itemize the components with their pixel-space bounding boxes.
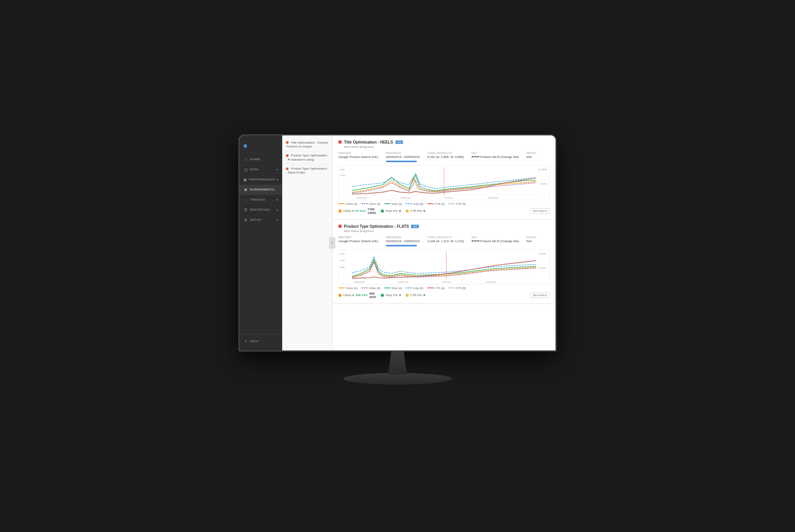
svg-text:24/03/19: 24/03/19 bbox=[398, 281, 408, 283]
legend-clicks-b-label: Clicks (B) bbox=[369, 203, 380, 205]
sidebar-label-trading: TRADING bbox=[250, 198, 266, 201]
legend-imps-b-label: Imps (B) bbox=[413, 203, 423, 205]
heels-products-label: TOTAL PRODUCTS bbox=[427, 152, 464, 154]
svg-text:800: 800 bbox=[340, 266, 345, 268]
flats-key-label: KEY bbox=[472, 236, 519, 239]
sidebar-bottom: ? HELP bbox=[240, 332, 282, 350]
heels-products-value: 5,331 (A: 2,666 / B: 2,665) bbox=[427, 155, 464, 159]
heels-title-row: Title Optimisation - HEELS A/B bbox=[338, 140, 550, 144]
flats-partner-label: PARTNER bbox=[338, 236, 378, 239]
flats-title: Product Type Optimisation - FLATS bbox=[344, 224, 409, 229]
heels-imps-value: 0 bbox=[399, 209, 401, 213]
heels-partner-label: PARTNER bbox=[338, 152, 378, 154]
chunky-label: Title Optimisation - Chunky Trainers vs … bbox=[286, 141, 328, 148]
heels-profit-label: PROFIT bbox=[526, 152, 536, 154]
experiment-card-heels: Title Optimisation - HEELS A/B Miss Mari… bbox=[333, 135, 555, 220]
flats-clicks-stat: Clicks ♦ 338.74% 9684247 bbox=[338, 292, 376, 299]
flats-imps-stat: Imps 0% 0 bbox=[381, 293, 401, 297]
heels-imps-stat: Imps 0% 0 bbox=[381, 209, 401, 213]
legend-imps-b-line bbox=[406, 203, 412, 204]
flats-legend-ctr-a-line bbox=[427, 288, 434, 288]
flats-legend-clicks-a-label: Clicks (A) bbox=[346, 287, 358, 289]
sidebar-label-reporting: REPORTING bbox=[250, 208, 270, 211]
legend-clicks-b-line bbox=[361, 203, 368, 204]
flats-legend-ctr-b-label: CTR (B) bbox=[456, 287, 466, 289]
flats-imps-label: Imps 0% bbox=[385, 293, 398, 297]
flats-clicks-label: Clicks ♦ bbox=[343, 293, 354, 297]
heels-title-dot bbox=[338, 140, 342, 144]
heels-clicks-stat: Clicks ♦ 87.31% 779514601 bbox=[338, 208, 376, 215]
heels-badge: A/B bbox=[396, 140, 403, 144]
svg-text:21/04/19: 21/04/19 bbox=[486, 281, 496, 283]
data-icon: ◫ bbox=[243, 167, 248, 172]
flats-clicks-dot bbox=[338, 294, 342, 297]
flats-legend-ctr-b-line bbox=[448, 288, 455, 288]
svg-text:7/04/19: 7/04/19 bbox=[442, 281, 451, 283]
heels-progress-value: 03/04/2019 - 03/05/2019 bbox=[386, 155, 420, 159]
legend-ctr-b-label: CTR (B) bbox=[456, 203, 466, 205]
heels-clicks-change: 87.31% bbox=[356, 209, 366, 213]
heels-ctr-value: 0 bbox=[424, 209, 425, 213]
flats-legend-imps-a-line bbox=[384, 288, 391, 288]
flats-chart: 320 160 800 0.32% 0.16% 18/03/19 24/03/1… bbox=[338, 250, 550, 284]
left-panel-item-valentine[interactable]: Product Type Optimisation - ♥ Valentine'… bbox=[282, 151, 332, 165]
sidebar: ■ ⌂ HOME ◫ DATA ▸ ▦ PERFORMANCE ▸ ⊞ bbox=[240, 135, 282, 350]
sidebar-item-trading[interactable]: ↕ TRADING ▸ bbox=[240, 195, 282, 205]
heels-ctr-dot bbox=[406, 210, 409, 213]
heels-meta: PARTNER Google Product Search (UK) PROGR… bbox=[338, 152, 550, 162]
sidebar-item-help[interactable]: ? HELP bbox=[240, 336, 282, 347]
heels-clicks-value: 779514601 bbox=[368, 208, 376, 215]
sidebar-item-home[interactable]: ⌂ HOME bbox=[240, 154, 282, 165]
flats-title-dot bbox=[338, 225, 342, 228]
flats-key-group: KEY Product Set B (Change Set) bbox=[472, 236, 519, 246]
sidebar-label-data: DATA bbox=[250, 168, 259, 171]
sidebar-item-experiments[interactable]: ⊞ EXPERIMENTS bbox=[240, 185, 282, 195]
trading-icon: ↕ bbox=[243, 198, 248, 202]
legend-ctr-b-line bbox=[448, 203, 455, 204]
sidebar-item-setup[interactable]: ⚙ SETUP ▸ bbox=[240, 215, 282, 225]
left-panel-item-chunky[interactable]: Title Optimisation - Chunky Trainers vs … bbox=[282, 139, 332, 152]
sidebar-item-data[interactable]: ◫ DATA ▸ bbox=[240, 165, 282, 175]
legend-clicks-a-label: Clicks (A) bbox=[346, 203, 358, 205]
heels-clicks-label: Clicks ♦ bbox=[343, 209, 354, 213]
heels-chart: 800 6.0k 12.00% 6.00% 10/01/19 24/01/19 … bbox=[338, 165, 550, 200]
heels-subtitle: Miss Maria Bragrance bbox=[344, 145, 550, 149]
heels-profit-value: N/A bbox=[526, 155, 536, 159]
svg-text:6.00%: 6.00% bbox=[540, 182, 547, 185]
legend-ctr-a-label: CTR (A) bbox=[435, 203, 445, 205]
sidebar-item-reporting[interactable]: ☰ REPORTING ▸ bbox=[240, 205, 282, 215]
flats-ctr-label: CTR 0% bbox=[410, 293, 422, 297]
flats-title-row: Product Type Optimisation - FLATS A/B bbox=[338, 224, 550, 229]
flats-legend-ctr-b: CTR (B) bbox=[448, 287, 466, 289]
flats-ctr-stat: CTR 0% 0 bbox=[406, 293, 425, 297]
heels-products-group: TOTAL PRODUCTS 5,331 (A: 2,666 / B: 2,66… bbox=[427, 152, 464, 162]
monitor-screen: ■ ⌂ HOME ◫ DATA ▸ ▦ PERFORMANCE ▸ ⊞ bbox=[240, 135, 555, 350]
flats-legend: Clicks (A) Clicks (B) Imps (A) Imps bbox=[338, 287, 550, 289]
flats-legend-clicks-a-line bbox=[338, 288, 345, 288]
left-panel-item-blackfriday[interactable]: Product Type Optimisation - Black Friday bbox=[282, 165, 332, 178]
reporting-icon: ☰ bbox=[243, 208, 248, 212]
flats-imps-dot bbox=[381, 294, 384, 297]
flats-see-more-button[interactable]: See more ▾ bbox=[530, 293, 550, 298]
legend-ctr-b: CTR (B) bbox=[448, 203, 466, 205]
blackfriday-dot bbox=[286, 168, 288, 170]
heels-partner-group: PARTNER Google Product Search (UK) bbox=[338, 152, 378, 162]
flats-progress-label: PROGRESS bbox=[386, 236, 420, 239]
flats-progress-bar bbox=[386, 245, 417, 246]
heels-partner-value: Google Product Search (UK) bbox=[338, 155, 378, 159]
heels-imps-dot bbox=[381, 210, 384, 213]
flats-legend-clicks-b-label: Clicks (B) bbox=[369, 287, 380, 289]
left-panel: Title Optimisation - Chunky Trainers vs … bbox=[282, 135, 333, 350]
flats-legend-imps-b-line bbox=[406, 288, 412, 288]
flats-profit-label: PROFIT bbox=[526, 236, 536, 239]
flats-legend-imps-a-label: Imps (A) bbox=[392, 287, 402, 289]
sidebar-item-performance[interactable]: ▦ PERFORMANCE ▸ bbox=[240, 175, 282, 185]
flats-clicks-change: 338.74% bbox=[356, 293, 368, 297]
flats-partner-value: Google Product Search (UK) bbox=[338, 239, 378, 243]
valentine-dot bbox=[286, 154, 288, 157]
legend-ctr-a: CTR (A) bbox=[427, 203, 445, 205]
heels-see-more-button[interactable]: See more ▾ bbox=[530, 208, 550, 214]
heels-key-label: KEY bbox=[472, 152, 519, 154]
left-panel-collapse-button[interactable]: ‹ bbox=[329, 237, 335, 249]
legend-ctr-a-line bbox=[427, 203, 434, 204]
